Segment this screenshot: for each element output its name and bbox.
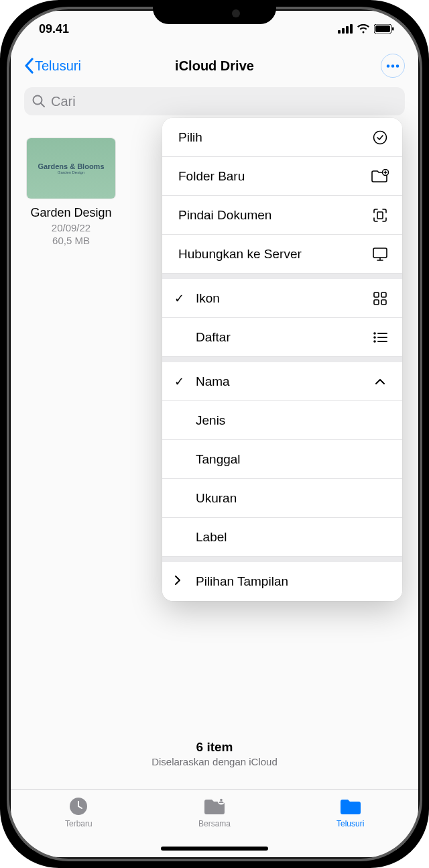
tab-browse[interactable]: Telusuri bbox=[282, 795, 418, 857]
ellipsis-icon bbox=[386, 64, 400, 68]
svg-rect-19 bbox=[381, 292, 386, 297]
battery-icon bbox=[374, 24, 394, 34]
checkmark-icon: ✓ bbox=[174, 291, 184, 306]
svg-rect-2 bbox=[346, 26, 349, 34]
menu-item-connect-server[interactable]: Hubungkan ke Server bbox=[162, 235, 402, 274]
chevron-up-icon bbox=[371, 378, 389, 385]
svg-point-9 bbox=[396, 64, 400, 68]
status-time: 09.41 bbox=[39, 22, 69, 36]
svg-rect-14 bbox=[377, 212, 383, 219]
more-button[interactable] bbox=[381, 54, 405, 78]
svg-rect-5 bbox=[375, 25, 390, 32]
svg-rect-1 bbox=[342, 28, 345, 34]
file-date: 20/09/22 bbox=[24, 222, 118, 233]
svg-point-24 bbox=[373, 336, 376, 339]
svg-line-11 bbox=[41, 103, 44, 107]
svg-rect-0 bbox=[338, 30, 341, 34]
search-placeholder: Cari bbox=[51, 94, 76, 109]
shared-folder-icon bbox=[147, 795, 283, 818]
file-name: Garden Design bbox=[24, 205, 118, 221]
svg-rect-15 bbox=[373, 248, 387, 258]
menu-item-new-folder[interactable]: Folder Baru bbox=[162, 157, 402, 196]
cellular-icon bbox=[338, 24, 353, 34]
clock-icon bbox=[11, 795, 147, 818]
footer-status: 6 item Diselaraskan dengan iCloud bbox=[11, 740, 418, 767]
tab-label: Terbaru bbox=[11, 819, 147, 828]
menu-item-scan-document[interactable]: Pindai Dokumen bbox=[162, 196, 402, 235]
display-icon bbox=[371, 247, 389, 262]
home-indicator[interactable] bbox=[161, 847, 268, 851]
folder-plus-icon bbox=[371, 169, 389, 184]
svg-rect-6 bbox=[392, 28, 394, 31]
file-thumbnail: Gardens & Blooms Garden Design bbox=[27, 138, 115, 199]
item-count: 6 item bbox=[11, 740, 418, 755]
file-item-garden[interactable]: Gardens & Blooms Garden Design Garden De… bbox=[24, 138, 118, 279]
menu-item-list-view[interactable]: Daftar bbox=[162, 318, 402, 357]
back-button[interactable]: Telusuri bbox=[24, 58, 81, 74]
svg-rect-3 bbox=[350, 24, 353, 34]
svg-rect-21 bbox=[381, 300, 386, 305]
svg-point-30 bbox=[220, 799, 223, 802]
grid-icon bbox=[371, 291, 389, 306]
svg-rect-18 bbox=[374, 292, 379, 297]
tab-recents[interactable]: Terbaru bbox=[11, 795, 147, 857]
checkmark-icon: ✓ bbox=[174, 374, 184, 389]
sync-status: Diselaraskan dengan iCloud bbox=[11, 756, 418, 767]
menu-item-select[interactable]: Pilih bbox=[162, 118, 402, 157]
menu-item-sort-label[interactable]: Label bbox=[162, 518, 402, 557]
list-icon bbox=[371, 331, 389, 343]
back-label: Telusuri bbox=[35, 58, 81, 74]
menu-item-sort-size[interactable]: Ukuran bbox=[162, 479, 402, 518]
menu-item-icons-view[interactable]: ✓ Ikon bbox=[162, 279, 402, 318]
page-title: iCloud Drive bbox=[175, 58, 254, 74]
svg-rect-20 bbox=[374, 300, 379, 305]
file-size: 60,5 MB bbox=[24, 235, 118, 246]
menu-item-sort-date[interactable]: Tanggal bbox=[162, 440, 402, 479]
scan-icon bbox=[371, 207, 389, 223]
search-icon bbox=[32, 95, 46, 108]
svg-point-22 bbox=[373, 332, 376, 335]
nav-bar: Telusuri iCloud Drive bbox=[11, 47, 418, 85]
svg-point-26 bbox=[373, 340, 376, 343]
status-indicators bbox=[338, 24, 394, 34]
svg-point-8 bbox=[391, 64, 395, 68]
menu-item-sort-name[interactable]: ✓ Nama bbox=[162, 362, 402, 401]
chevron-right-icon bbox=[174, 574, 181, 589]
context-menu: Pilih Folder Baru Pindai Dokumen Hubungk… bbox=[162, 118, 402, 601]
menu-item-sort-kind[interactable]: Jenis bbox=[162, 401, 402, 440]
svg-point-7 bbox=[387, 64, 390, 68]
menu-item-view-options[interactable]: Pilihan Tampilan bbox=[162, 562, 402, 601]
tab-label: Telusuri bbox=[282, 819, 418, 828]
search-input[interactable]: Cari bbox=[24, 87, 405, 115]
chevron-left-icon bbox=[24, 58, 34, 74]
check-circle-icon bbox=[371, 130, 389, 145]
tab-label: Bersama bbox=[147, 819, 283, 828]
svg-point-12 bbox=[374, 131, 387, 144]
wifi-icon bbox=[357, 24, 370, 34]
folder-icon bbox=[282, 795, 418, 818]
